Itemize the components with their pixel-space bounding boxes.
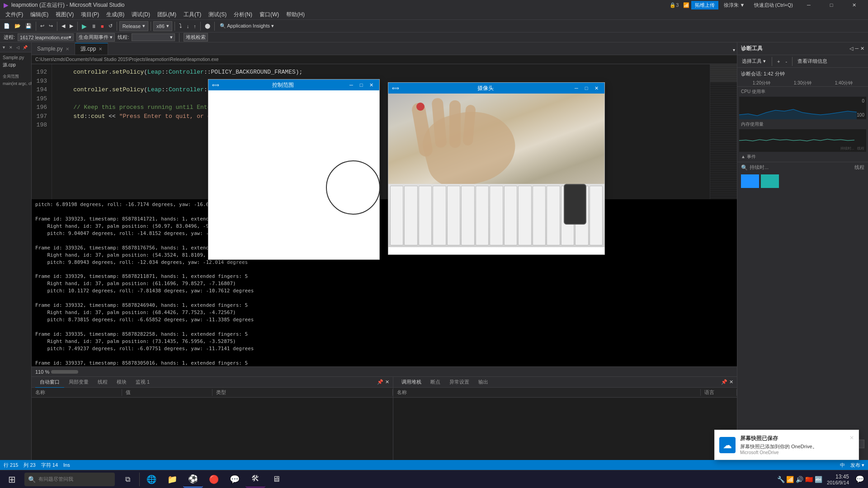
toolbar-pause[interactable]: ⏸ xyxy=(90,21,98,31)
sol-main[interactable]: main(int argc, char ** argv) xyxy=(1,80,30,87)
menu-team[interactable]: 团队(M) xyxy=(154,10,180,20)
taskbar-vs[interactable]: 🛠 xyxy=(245,471,265,488)
tab-sample-py[interactable]: Sample.py ✕ xyxy=(32,43,75,55)
camera-minimize-btn[interactable]: ─ xyxy=(572,84,581,92)
control-close-btn[interactable]: ✕ xyxy=(367,81,376,89)
menu-analyze[interactable]: 分析(N) xyxy=(230,10,256,20)
search-shortcut[interactable]: 快速启动 (Ctrl+Q) xyxy=(750,2,797,9)
auto-tab-auto[interactable]: 自动窗口 xyxy=(35,377,64,388)
notification-btn[interactable]: 💬 xyxy=(854,475,866,483)
camera-window-titlebar[interactable]: ⟺ 摄像头 ─ □ ✕ xyxy=(388,83,604,94)
zoom-out-btn[interactable]: - xyxy=(784,58,789,65)
status-encoding[interactable]: 发布 ▾ xyxy=(850,462,864,469)
auto-table: 名称 值 类型 xyxy=(32,388,393,460)
menu-view[interactable]: 视图(V) xyxy=(52,10,77,20)
menu-test[interactable]: 测试(S) xyxy=(205,10,230,20)
upload-btn[interactable]: 拓维上传 xyxy=(691,1,718,9)
control-minimize-btn[interactable]: ─ xyxy=(347,81,356,89)
call-pin[interactable]: 📌 xyxy=(721,379,727,385)
auto-pin[interactable]: 📌 xyxy=(377,379,383,385)
call-tab-exceptions[interactable]: 异常设置 xyxy=(445,377,474,388)
tab-scroll-right[interactable]: ▾ xyxy=(731,45,737,55)
toolbar-stop[interactable]: ■ xyxy=(99,21,106,31)
taskbar-edge[interactable]: 🌐 xyxy=(142,471,161,488)
diag-min[interactable]: ─ xyxy=(855,46,859,52)
menu-help[interactable]: 帮助(H) xyxy=(283,10,308,20)
auto-tab-threads[interactable]: 线程 xyxy=(93,377,112,388)
diag-close[interactable]: ✕ xyxy=(860,46,864,52)
call-close[interactable]: ✕ xyxy=(729,379,733,385)
taskbar-start[interactable]: ⊞ xyxy=(2,471,22,488)
view-details-btn[interactable]: 查看详细信息 xyxy=(796,57,829,66)
control-window-titlebar[interactable]: ⟺ 控制范围 ─ □ ✕ xyxy=(208,80,379,90)
restore-btn[interactable]: □ xyxy=(821,0,842,10)
user-account[interactable]: 徐淳朱 ▼ xyxy=(720,2,749,9)
toolbar-play[interactable]: ▶ xyxy=(80,21,89,31)
toolbar-step-out[interactable]: ↑ xyxy=(192,21,198,31)
auto-tab-locals[interactable]: 局部变量 xyxy=(64,377,93,388)
tab-close-source[interactable]: ✕ xyxy=(99,47,102,52)
config-dropdown[interactable]: Release ▾ xyxy=(119,21,148,31)
taskbar-app4[interactable]: 🖥 xyxy=(266,471,286,488)
toolbar-step-over[interactable]: ⤵ xyxy=(177,21,184,31)
sol-item-2[interactable]: 源.cpp xyxy=(1,61,30,69)
toolbar-undo[interactable]: ↩ xyxy=(38,21,46,31)
zoom-in-btn[interactable]: + xyxy=(775,58,782,65)
process-dropdown[interactable]: 16172 leapmotion.exe ▾ xyxy=(18,33,74,41)
app-insights-btn[interactable]: 🔍 Application Insights ▾ xyxy=(217,23,277,29)
camera-restore-btn[interactable]: □ xyxy=(582,84,591,92)
call-tab-output[interactable]: 输出 xyxy=(474,377,493,388)
tab-close-sample[interactable]: ✕ xyxy=(66,47,69,52)
toolbar-redo[interactable]: ↪ xyxy=(47,21,55,31)
tab-source-cpp[interactable]: 源.cpp ✕ xyxy=(75,43,108,55)
quick-label: 快照 专用字节 xyxy=(741,452,772,458)
toolbar-back[interactable]: ◀ xyxy=(60,21,67,31)
menu-project[interactable]: 项目(P) xyxy=(77,10,103,20)
taskbar-app2[interactable]: 🔴 xyxy=(204,471,224,488)
stack-search[interactable]: 堆栈检索 xyxy=(184,33,208,42)
taskbar-explorer[interactable]: 📁 xyxy=(162,471,182,488)
control-restore-btn[interactable]: □ xyxy=(357,81,366,89)
minimize-btn[interactable]: ─ xyxy=(798,0,819,10)
zoom-thumb[interactable] xyxy=(51,370,78,374)
close-btn[interactable]: ✕ xyxy=(844,0,864,10)
taskbar-task-view[interactable]: ⧉ xyxy=(118,471,137,488)
clock[interactable]: 13:45 2016/9/14 xyxy=(824,474,852,485)
auto-close[interactable]: ✕ xyxy=(385,379,389,385)
control-window[interactable]: ⟺ 控制范围 ─ □ ✕ xyxy=(208,79,380,260)
taskbar-app3[interactable]: 💬 xyxy=(225,471,245,488)
taskbar-search[interactable]: 🔍 有问题尽管问我 xyxy=(24,473,115,486)
call-tab-stack[interactable]: 调用堆栈 xyxy=(397,377,426,388)
toolbar-forward[interactable]: ▶ xyxy=(68,21,75,31)
code-lines[interactable]: controller.setPolicy(Leap::Controller::P… xyxy=(52,64,710,199)
call-tab-breakpoints[interactable]: 断点 xyxy=(426,377,445,388)
sol-item-1[interactable]: Sample.py xyxy=(1,54,30,61)
menu-file[interactable]: 文件(F) xyxy=(2,10,27,20)
toolbar-restart[interactable]: ↺ xyxy=(107,21,114,31)
menu-build[interactable]: 生成(B) xyxy=(103,10,128,20)
diag-search-box[interactable]: 🔍 xyxy=(737,438,868,450)
taskbar-chrome[interactable]: ⚽ xyxy=(183,471,203,488)
menu-tools[interactable]: 工具(T) xyxy=(180,10,205,20)
toolbar-breakpoint[interactable]: ⬤ xyxy=(203,21,212,31)
toolbar-open[interactable]: 📂 xyxy=(13,21,23,31)
code-editor[interactable]: 192 193 194 195 196 197 198 controller.s… xyxy=(32,64,737,199)
auto-tab-modules[interactable]: 模块 xyxy=(112,377,131,388)
camera-window[interactable]: ⟺ 摄像头 ─ □ ✕ xyxy=(388,82,605,255)
diag-pin[interactable]: ◁ xyxy=(849,46,853,52)
platform-dropdown[interactable]: x86 ▾ xyxy=(153,21,172,31)
toolbar-step-into[interactable]: ↓ xyxy=(185,21,191,31)
thread-dropdown[interactable]: ▾ xyxy=(132,33,175,41)
status-col: 列 23 xyxy=(24,462,35,469)
menu-edit[interactable]: 编辑(E) xyxy=(27,10,52,20)
menu-debug[interactable]: 调试(D) xyxy=(128,10,154,20)
menu-window[interactable]: 窗口(W) xyxy=(256,10,283,20)
events-dropdown[interactable]: 生命周期事件 ▾ xyxy=(76,33,115,42)
call-controls: 📌 ✕ xyxy=(721,379,733,385)
toolbar-new[interactable]: 📄 xyxy=(2,21,12,31)
session-label: 诊断会话: 1:42 分钟 xyxy=(741,71,785,76)
select-tool-btn[interactable]: 选择工具 ▾ xyxy=(739,57,769,66)
toolbar-save[interactable]: 💾 xyxy=(24,21,33,31)
camera-close-btn[interactable]: ✕ xyxy=(592,84,601,92)
auto-tab-watch1[interactable]: 监视 1 xyxy=(131,377,154,388)
